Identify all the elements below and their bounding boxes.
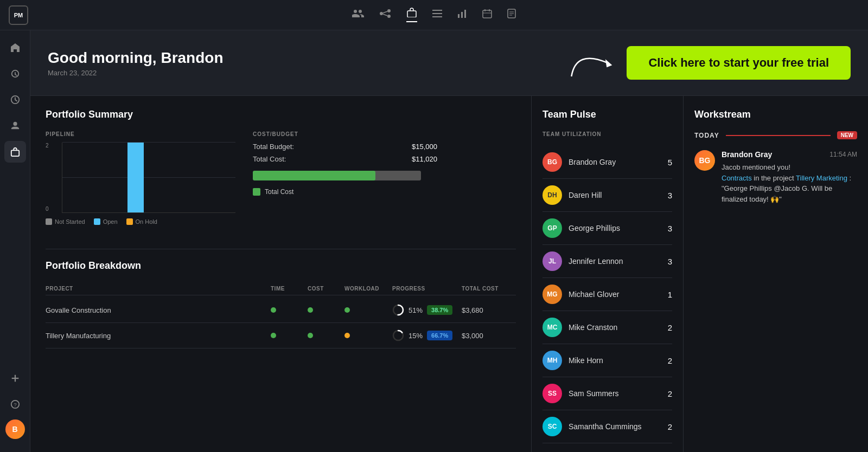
cost-budget-label: COST/BUDGET — [253, 131, 437, 137]
breakdown-title: Portfolio Breakdown — [46, 260, 516, 272]
team-pulse-title: Team Pulse — [542, 109, 672, 120]
ws-link-project[interactable]: Tillery Marketing — [796, 174, 847, 182]
page-date: March 23, 2022 — [48, 69, 224, 77]
svg-point-2 — [387, 15, 391, 18]
workload-status — [344, 332, 388, 340]
workload-status — [344, 306, 388, 314]
content-area: Good morning, Brandon March 23, 2022 Cli… — [30, 30, 868, 452]
project-total-cost: $3,680 — [462, 306, 516, 314]
list-item: MG Michael Glover 1 — [542, 278, 672, 311]
member-name: Samantha Cummings — [569, 422, 661, 431]
list-item: SS Sam Summers 2 — [542, 377, 672, 410]
svg-rect-8 — [432, 16, 442, 17]
sidebar-item-add[interactable] — [4, 367, 26, 389]
svg-line-3 — [383, 11, 387, 13]
list-item: SC Samantha Cummings 2 — [542, 410, 672, 443]
app-logo[interactable]: PM — [9, 5, 28, 25]
ws-time: 11:54 AM — [829, 151, 857, 158]
nav-icon-connections[interactable] — [379, 9, 391, 21]
legend-label-not-started: Not Started — [55, 218, 85, 225]
cost-status — [308, 332, 340, 340]
progress-cell: 15% 66.7% — [392, 330, 457, 341]
sidebar-item-home[interactable] — [4, 37, 26, 59]
legend-label-open: Open — [103, 218, 118, 225]
ws-link-contracts[interactable]: Contracts — [722, 174, 752, 182]
pipeline-label: PIPELINE — [46, 131, 235, 137]
svg-rect-6 — [432, 10, 442, 11]
ws-content: Brandon Gray 11:54 AM Jacob mentioned yo… — [722, 150, 857, 204]
nav-icon-people[interactable] — [352, 9, 364, 21]
header-left: Good morning, Brandon March 23, 2022 — [48, 49, 224, 77]
member-name: Sam Summers — [569, 389, 661, 398]
member-count: 1 — [668, 290, 672, 299]
progress-pct: 15% — [409, 332, 423, 340]
main-columns: Portfolio Summary PIPELINE 0 2 — [30, 96, 868, 452]
member-name: Daren Hill — [569, 191, 661, 199]
legend-open: Open — [94, 218, 118, 225]
member-count: 2 — [668, 323, 672, 332]
sidebar-item-portfolio[interactable] — [4, 141, 26, 163]
page-greeting: Good morning, Brandon — [48, 49, 224, 67]
avatar: MC — [542, 318, 562, 337]
avatar: MH — [542, 351, 562, 370]
member-count: 3 — [668, 257, 672, 266]
svg-rect-21 — [11, 150, 18, 156]
workload-dot — [344, 307, 350, 313]
list-item: BG Brandon Gray 5 — [542, 146, 672, 179]
cta-arrow — [567, 41, 621, 85]
svg-rect-11 — [464, 10, 466, 18]
free-trial-button[interactable]: Click here to start your free trial — [627, 46, 851, 80]
list-item: MH Mike Horn 2 — [542, 344, 672, 377]
project-name: Tillery Manufacturing — [46, 332, 266, 340]
sidebar-bottom: ? B — [4, 367, 26, 445]
budget-bar — [253, 171, 421, 180]
time-status — [271, 332, 303, 340]
breakdown-table: PROJECT TIME COST WORKLOAD PROGRESS TOTA… — [46, 282, 516, 348]
ws-header-row: Brandon Gray 11:54 AM — [722, 150, 857, 159]
sidebar-item-people[interactable] — [4, 115, 26, 137]
team-pulse-column: Team Pulse TEAM UTILIZATION BG Brandon G… — [532, 96, 684, 452]
workstream-column: Workstream TODAY NEW BG Brandon Gray 11:… — [684, 96, 868, 452]
svg-point-0 — [380, 12, 383, 15]
pipeline-chart — [62, 143, 235, 213]
col-project: PROJECT — [46, 286, 266, 292]
avatar: GP — [542, 218, 562, 238]
progress-ring — [392, 330, 404, 341]
member-name: Michael Glover — [569, 290, 661, 299]
total-budget-value: $15,000 — [412, 143, 437, 151]
user-avatar[interactable]: B — [5, 419, 25, 439]
pipeline-row: PIPELINE 0 2 — [46, 131, 516, 238]
total-cost-row: Total Cost: $11,020 — [253, 155, 437, 163]
svg-rect-12 — [483, 10, 492, 18]
workstream-title: Workstream — [694, 109, 857, 120]
svg-text:?: ? — [14, 402, 17, 408]
nav-icon-calendar[interactable] — [482, 9, 492, 21]
avatar: DH — [542, 185, 562, 205]
sidebar-item-time[interactable] — [4, 89, 26, 111]
sidebar-item-activity[interactable] — [4, 63, 26, 85]
avatar: MG — [542, 285, 562, 304]
portfolio-summary-title: Portfolio Summary — [46, 109, 516, 120]
member-name: Jennifer Lennon — [569, 257, 661, 266]
today-line — [726, 135, 831, 136]
avatar: SC — [542, 417, 562, 436]
nav-icon-portfolio[interactable] — [406, 8, 417, 22]
ws-sender-name: Brandon Gray — [722, 150, 772, 159]
svg-point-1 — [387, 9, 391, 12]
nav-icon-list[interactable] — [432, 9, 442, 21]
member-name: Mike Horn — [569, 356, 661, 365]
col-cost: COST — [308, 286, 340, 292]
col-total-cost: TOTAL COST — [462, 286, 516, 292]
sidebar-item-help[interactable]: ? — [4, 393, 26, 415]
list-item: MC Mike Cranston 2 — [542, 311, 672, 344]
legend-dot-on-hold — [126, 218, 133, 225]
workload-dot — [344, 333, 350, 338]
page-header: Good morning, Brandon March 23, 2022 Cli… — [30, 30, 868, 96]
nav-icon-doc[interactable] — [507, 9, 516, 21]
total-cost-label: Total Cost: — [253, 155, 286, 163]
time-dot — [271, 333, 276, 338]
svg-marker-26 — [605, 59, 612, 67]
nav-icon-chart[interactable] — [457, 9, 467, 21]
legend-not-started: Not Started — [46, 218, 85, 225]
top-nav: PM — [0, 0, 868, 30]
